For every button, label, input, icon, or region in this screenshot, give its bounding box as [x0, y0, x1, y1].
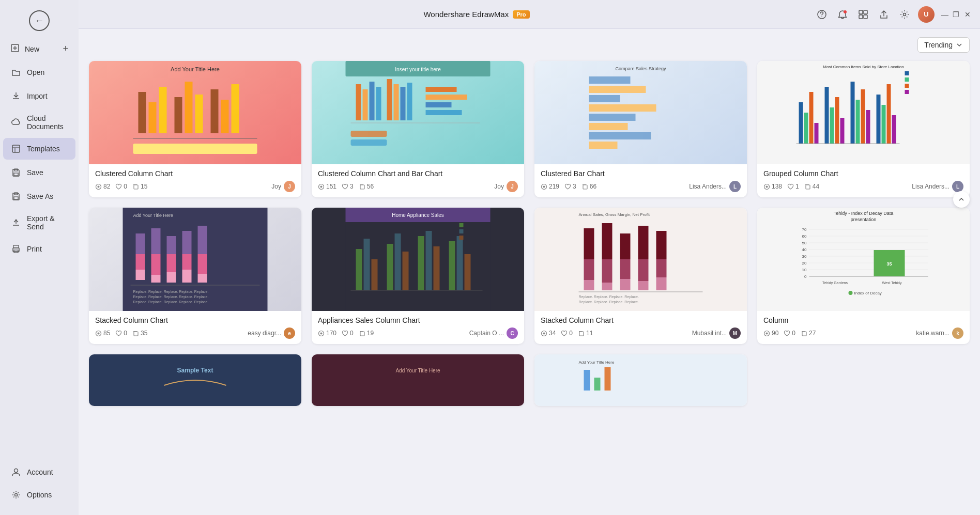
topbar: Wondershare EdrawMax Pro [79, 0, 980, 29]
template-card[interactable]: Compare Sales Strategy Clustered Bar Cha… [534, 61, 747, 197]
svg-rect-7 [14, 197, 18, 199]
maximize-button[interactable]: ❐ [952, 10, 960, 19]
svg-rect-109 [198, 274, 207, 283]
back-button[interactable]: ← [0, 4, 79, 37]
sidebar-print-label: Print [27, 245, 42, 253]
copies-count: 56 [359, 183, 374, 190]
svg-rect-60 [589, 104, 656, 112]
likes-count: 0 [561, 330, 573, 337]
sidebar-options-label: Options [27, 491, 52, 499]
svg-rect-27 [195, 95, 203, 133]
svg-rect-49 [426, 87, 457, 92]
likes-count: 0 [342, 330, 354, 337]
trending-dropdown[interactable]: Trending [917, 37, 970, 53]
svg-text:West Tehidy: West Tehidy [882, 281, 902, 285]
copies-count: 27 [801, 330, 816, 337]
app-title-group: Wondershare EdrawMax Pro [423, 10, 529, 19]
svg-rect-120 [356, 249, 362, 290]
views-count: 90 [763, 330, 778, 337]
sidebar-item-export[interactable]: Export & Send [3, 209, 75, 236]
template-card[interactable]: Add Your Title Here [534, 354, 747, 406]
sidebar-item-account[interactable]: Account [3, 461, 75, 483]
svg-rect-147 [620, 259, 631, 279]
svg-rect-154 [656, 277, 667, 290]
sidebar-item-options[interactable]: Options [3, 484, 75, 506]
template-meta: 90 0 27 katie.warn... k [763, 327, 963, 339]
copies-count: 35 [132, 330, 147, 337]
template-info: Clustered Bar Chart 219 3 66 [534, 164, 747, 197]
sidebar-item-print[interactable]: Print [3, 238, 75, 260]
copies-count: 15 [132, 183, 147, 190]
template-author: Captain O ... C [469, 327, 518, 339]
template-thumbnail: Tehidy - Index of Decay Data presentatio… [757, 208, 970, 311]
help-icon[interactable] [815, 7, 829, 22]
svg-point-54 [320, 185, 323, 188]
sidebar-item-import[interactable]: Import [3, 85, 75, 107]
svg-rect-95 [136, 233, 145, 254]
user-avatar[interactable]: U [918, 6, 935, 23]
minimize-button[interactable]: — [941, 10, 949, 19]
svg-rect-99 [151, 254, 161, 275]
share-icon[interactable] [877, 7, 891, 22]
svg-point-183 [849, 291, 853, 295]
svg-rect-75 [809, 92, 814, 144]
template-card[interactable]: Tehidy - Index of Decay Data presentatio… [757, 208, 970, 344]
svg-point-20 [903, 13, 906, 15]
template-title: Clustered Column Chart and Bar Chart [318, 169, 518, 178]
template-card[interactable]: Home Appliance Sales [312, 208, 524, 344]
apps-icon[interactable] [856, 7, 870, 22]
template-title: Grouped Column Chart [763, 169, 963, 178]
svg-rect-43 [394, 84, 399, 120]
svg-rect-63 [589, 132, 651, 139]
svg-rect-18 [859, 15, 863, 19]
svg-rect-121 [364, 239, 370, 290]
template-card[interactable]: Annual Sales, Gross Margin, Net Profit [534, 208, 747, 344]
sidebar-item-open[interactable]: Open [3, 61, 75, 83]
template-thumbnail: Compare Sales Strategy [534, 61, 747, 164]
svg-rect-39 [363, 89, 368, 120]
close-button[interactable]: ✕ [963, 10, 972, 19]
svg-rect-5 [14, 173, 18, 176]
main-area: Wondershare EdrawMax Pro [79, 0, 980, 515]
template-card[interactable]: Add Your Title Here [89, 208, 301, 344]
svg-rect-19 [864, 15, 867, 19]
svg-rect-86 [882, 105, 886, 144]
template-meta: 219 3 66 Lisa Anders... L [541, 181, 741, 192]
cloud-icon [10, 117, 22, 128]
template-card[interactable]: Add Your Title Here [312, 354, 524, 406]
svg-point-34 [98, 185, 100, 188]
template-card[interactable]: Add Your Title Here [89, 61, 301, 197]
template-meta: 34 0 11 Mubasil int... M [541, 327, 741, 339]
svg-rect-42 [387, 79, 392, 120]
sidebar-item-save[interactable]: Save [3, 162, 75, 183]
svg-rect-193 [584, 370, 590, 391]
templates-icon [10, 143, 22, 154]
copies-count: 19 [359, 330, 374, 337]
template-card[interactable]: Sample Text [89, 354, 301, 406]
sidebar-item-saveas[interactable]: Save As [3, 185, 75, 207]
template-card[interactable]: Most Common Items Sold by Store Location [757, 61, 970, 197]
template-meta: 82 0 15 Joy J [95, 181, 295, 192]
scroll-up-button[interactable] [953, 191, 970, 208]
template-card[interactable]: Insert your title here [312, 61, 524, 197]
sidebar-item-new[interactable]: New + [3, 38, 75, 59]
template-meta: 151 3 56 Joy J [318, 181, 518, 192]
svg-rect-48 [351, 139, 387, 146]
new-icon [10, 43, 20, 54]
svg-text:Replace. Replace. Replace. Rep: Replace. Replace. Replace. Replace. Repl… [133, 295, 209, 299]
sidebar-open-label: Open [27, 68, 44, 76]
bell-icon[interactable] [835, 7, 850, 22]
sidebar-item-cloud[interactable]: Cloud Documents [3, 109, 75, 136]
svg-rect-149 [638, 226, 649, 259]
svg-text:Add Your Title Here: Add Your Title Here [579, 360, 615, 365]
window-controls: — ❐ ✕ [941, 10, 972, 19]
sidebar-new-label: New [25, 45, 57, 53]
sidebar-item-templates[interactable]: Templates [3, 138, 75, 160]
svg-text:Insert your title here: Insert your title here [395, 67, 441, 72]
svg-text:Index of Decay: Index of Decay [854, 291, 882, 295]
settings-icon[interactable] [897, 7, 912, 22]
svg-rect-128 [434, 246, 440, 290]
sidebar-export-label: Export & Send [27, 214, 68, 231]
svg-point-11 [14, 469, 18, 473]
svg-rect-47 [351, 131, 387, 137]
